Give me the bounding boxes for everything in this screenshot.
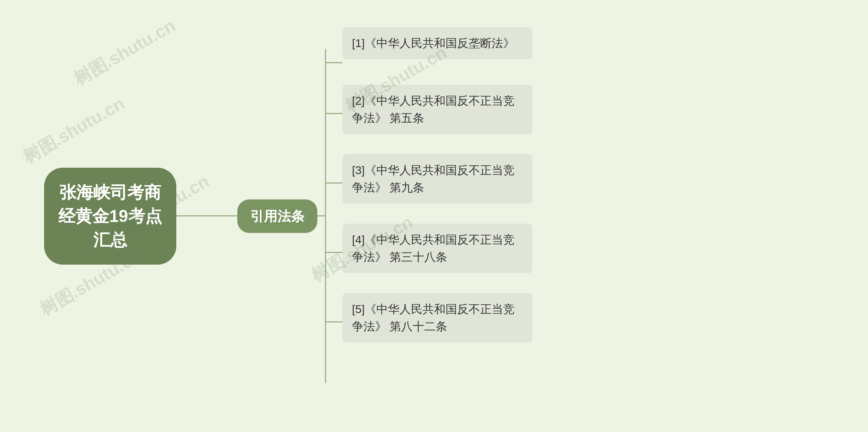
branch-label-3: [3]《中华人民共和国反不正当竞争法》 第九条 — [352, 164, 515, 194]
mid-node: 引用法条 — [237, 199, 317, 233]
root-node: 张海峡司考商经黄金19考点汇总 — [44, 168, 176, 265]
root-node-label: 张海峡司考商经黄金19考点汇总 — [58, 183, 162, 249]
branch-node-4: [4]《中华人民共和国反不正当竞争法》 第三十八条 — [342, 224, 532, 273]
branch-node-3: [3]《中华人民共和国反不正当竞争法》 第九条 — [342, 154, 532, 204]
branch-node-5: [5]《中华人民共和国反不正当竞争法》 第八十二条 — [342, 293, 532, 343]
branch-label-2: [2]《中华人民共和国反不正当竞争法》 第五条 — [352, 94, 515, 124]
mid-node-label: 引用法条 — [250, 208, 304, 223]
branch-node-2: [2]《中华人民共和国反不正当竞争法》 第五条 — [342, 85, 532, 134]
branch-label-1: [1]《中华人民共和国反垄断法》 — [352, 37, 515, 49]
branch-label-5: [5]《中华人民共和国反不正当竞争法》 第八十二条 — [352, 303, 515, 333]
branch-node-1: [1]《中华人民共和国反垄断法》 — [342, 27, 532, 59]
branch-label-4: [4]《中华人民共和国反不正当竞争法》 第三十八条 — [352, 233, 515, 263]
